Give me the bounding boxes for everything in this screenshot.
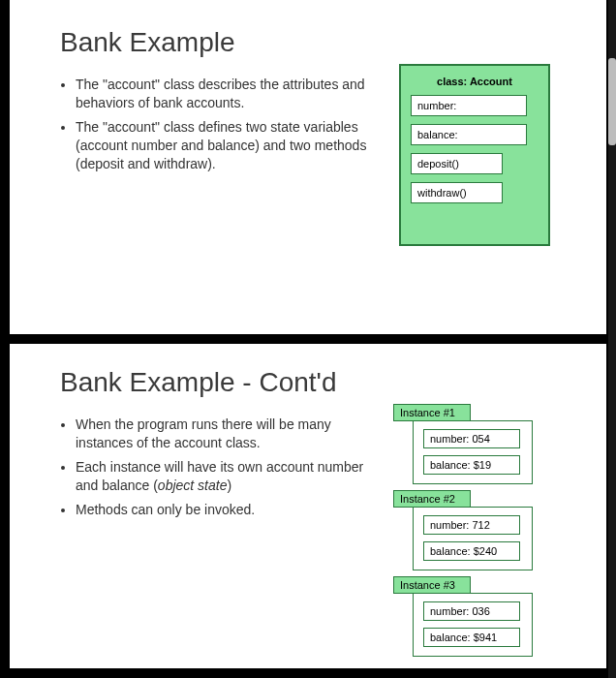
instance3-balance: balance: $941 (423, 628, 520, 647)
scrollbar-thumb[interactable] (608, 58, 616, 145)
slide2-bullet: Each instance will have its own account … (76, 458, 376, 495)
instance3-number: number: 036 (423, 601, 520, 621)
slide1-bullets: The "account" class describes the attrib… (60, 76, 376, 172)
class-field-balance: balance: (411, 124, 527, 145)
slide2-bullet: Methods can only be invoked. (76, 501, 376, 519)
slide2-bullets: When the program runs there will be many… (60, 416, 376, 518)
instance2-balance: balance: $240 (423, 541, 520, 561)
class-method-deposit: deposit() (411, 153, 503, 174)
slide1-title: Bank Example (60, 27, 568, 58)
instance-label-1: Instance #1 (393, 404, 471, 421)
slide2-bullet: When the program runs there will be many… (76, 416, 376, 452)
object-state-label: object state (158, 478, 228, 493)
slide-bank-example: Bank Example The "account" class describ… (10, 0, 606, 334)
slide1-bullet: The "account" class describes the attrib… (76, 76, 376, 112)
instance1-number: number: 054 (423, 429, 520, 448)
slide2-title: Bank Example - Cont'd (60, 367, 568, 398)
class-diagram-account: class: Account number: balance: deposit(… (399, 64, 550, 246)
viewport: Bank Example The "account" class describ… (0, 0, 616, 678)
instance-box-3: number: 036 balance: $941 (413, 593, 533, 657)
instances-column: Instance #1 number: 054 balance: $19 Ins… (393, 404, 539, 663)
scrollbar-track[interactable] (608, 0, 616, 678)
instance-label-2: Instance #2 (393, 490, 471, 508)
class-diagram-header: class: Account (411, 76, 539, 87)
instance-label-3: Instance #3 (393, 576, 471, 594)
slide-bank-example-contd: Bank Example - Cont'd When the program r… (10, 344, 606, 668)
slide1-bullet: The "account" class defines two state va… (76, 118, 376, 173)
instance2-number: number: 712 (423, 515, 520, 535)
class-field-number: number: (411, 95, 527, 116)
instance1-balance: balance: $19 (423, 455, 520, 475)
instance-box-2: number: 712 balance: $240 (413, 507, 533, 570)
class-method-withdraw: withdraw() (411, 182, 503, 203)
instance-box-1: number: 054 balance: $19 (413, 420, 533, 484)
